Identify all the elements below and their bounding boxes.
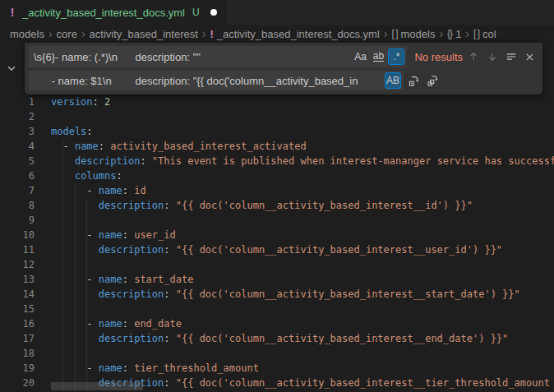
code-line[interactable]: 13 - name: start_date: [0, 272, 554, 287]
code-text: [35, 302, 51, 316]
breadcrumb-item[interactable]: models: [10, 28, 44, 40]
line-number[interactable]: 8: [0, 198, 35, 213]
line-number[interactable]: 3: [0, 124, 35, 139]
code-line[interactable]: 7 - name: id: [0, 183, 554, 198]
line-number[interactable]: 5: [0, 154, 35, 168]
code-line[interactable]: 10 - name: user_id: [0, 228, 554, 242]
code-line[interactable]: 8 description: "{{ doc('column__activity…: [0, 198, 554, 213]
code-text: description: "{{ doc('column__activity_b…: [35, 331, 508, 346]
editor-tab[interactable]: ! _activity_based_interest_docs.yml U: [0, 0, 227, 25]
code-line[interactable]: 18: [0, 346, 554, 361]
breadcrumb-item[interactable]: {}1: [447, 28, 461, 40]
code-text: [35, 213, 51, 228]
find-input[interactable]: \s{6}- name: (.*)\n description: "" Aa a…: [29, 46, 407, 67]
find-row: \s{6}- name: (.*)\n description: "" Aa a…: [29, 46, 538, 67]
code-text: description: "{{ doc('column__activity_b…: [35, 287, 520, 302]
breadcrumb-label: 1: [455, 28, 461, 40]
line-number[interactable]: 11: [0, 242, 35, 257]
code-text: [35, 346, 51, 361]
code-line[interactable]: 2: [0, 109, 554, 124]
whole-word-toggle[interactable]: ab: [370, 48, 386, 65]
code-line[interactable]: 15: [0, 302, 554, 316]
breadcrumb-separator: ›: [48, 27, 53, 40]
preserve-case-toggle[interactable]: AB: [385, 72, 401, 89]
code-text: models:: [35, 124, 93, 139]
regex-toggle[interactable]: .*: [388, 48, 404, 65]
code-text: columns:: [35, 168, 122, 183]
breadcrumb-separator: ›: [81, 27, 85, 40]
code-text: - name: start_date: [35, 272, 193, 287]
line-number[interactable]: 15: [0, 302, 35, 316]
line-number[interactable]: 12: [0, 257, 35, 272]
line-number[interactable]: 4: [0, 139, 35, 154]
code-line[interactable]: 4 - name: activity_based_interest_activa…: [0, 139, 554, 154]
breadcrumb-label: models: [401, 28, 436, 40]
line-number[interactable]: 13: [0, 272, 35, 287]
line-number[interactable]: 6: [0, 168, 35, 183]
code-text: version: 2: [35, 95, 110, 109]
breadcrumb-label: models: [10, 28, 44, 40]
code-line[interactable]: 16 - name: end_date: [0, 316, 554, 331]
line-number[interactable]: 1: [0, 95, 35, 109]
line-number[interactable]: 17: [0, 331, 35, 346]
code-line[interactable]: 1version: 2: [0, 95, 554, 109]
code-area: 1version: 223models:4 - name: activity_b…: [0, 95, 554, 390]
replace-button[interactable]: [405, 72, 422, 90]
line-number[interactable]: 2: [0, 109, 35, 124]
yaml-file-icon: !: [8, 6, 16, 19]
code-line[interactable]: 3models:: [0, 124, 554, 139]
code-line[interactable]: 6 columns:: [0, 168, 554, 183]
code-line[interactable]: 5 description: "This event is published …: [0, 154, 554, 168]
breadcrumb-item[interactable]: [ ]col: [473, 28, 496, 40]
replace-row: - name: $1\n description: "{{ doc('colum…: [29, 71, 538, 90]
find-in-selection-icon[interactable]: [502, 48, 519, 66]
replace-input[interactable]: - name: $1\n description: "{{ doc('colum…: [29, 71, 404, 90]
breadcrumb-item[interactable]: [ ]models: [392, 28, 436, 40]
breadcrumb-item[interactable]: !_activity_based_interest_docs.yml: [210, 28, 379, 40]
line-number[interactable]: 16: [0, 316, 35, 331]
code-text: - name: tier_threshold_amount: [35, 361, 259, 376]
tab-title: _activity_based_interest_docs.yml: [22, 7, 185, 19]
replace-all-button[interactable]: [424, 72, 441, 90]
code-line[interactable]: 9: [0, 213, 554, 228]
breadcrumb-item[interactable]: activity_based_interest: [90, 28, 198, 40]
modified-dot-icon[interactable]: [210, 9, 217, 16]
next-match-button[interactable]: [483, 48, 501, 66]
find-input-value: \s{6}- name: (.*)\n description: "": [34, 51, 350, 63]
breadcrumb-item[interactable]: core: [57, 28, 77, 40]
breadcrumb-label: activity_based_interest: [90, 28, 198, 40]
breadcrumb-label: col: [482, 28, 496, 40]
code-line[interactable]: 17 description: "{{ doc('column__activit…: [0, 331, 554, 346]
code-line[interactable]: 14 description: "{{ doc('column__activit…: [0, 287, 554, 302]
horizontal-scrollbar[interactable]: [51, 382, 143, 390]
line-number[interactable]: 14: [0, 287, 35, 302]
symbol-array-icon: [ ]: [473, 28, 479, 39]
whole-word-label: ab: [373, 52, 384, 62]
code-line[interactable]: 11 description: "{{ doc('column__activit…: [0, 242, 554, 257]
line-number[interactable]: 10: [0, 228, 35, 242]
toggle-replace-chevron-icon[interactable]: [4, 61, 19, 76]
match-case-toggle[interactable]: Aa: [352, 48, 368, 65]
breadcrumb: models›core›activity_based_interest›!_ac…: [0, 25, 554, 43]
code-text: - name: user_id: [35, 228, 176, 242]
breadcrumb-separator: ›: [439, 27, 443, 40]
code-text: [35, 109, 51, 124]
close-icon[interactable]: [521, 48, 538, 66]
breadcrumb-label: _activity_based_interest_docs.yml: [217, 28, 380, 40]
code-text: [35, 257, 51, 272]
code-editor[interactable]: 1version: 223models:4 - name: activity_b…: [0, 43, 554, 392]
breadcrumb-label: core: [57, 28, 77, 40]
replace-input-value: - name: $1\n description: "{{ doc('colum…: [34, 75, 383, 87]
line-number[interactable]: 18: [0, 346, 35, 361]
line-number[interactable]: 7: [0, 183, 35, 198]
line-number[interactable]: 19: [0, 361, 35, 376]
code-text: description: "This event is published wh…: [35, 154, 554, 168]
previous-match-button[interactable]: [464, 48, 482, 66]
tab-bar: ! _activity_based_interest_docs.yml U: [0, 0, 554, 25]
code-line[interactable]: 12: [0, 257, 554, 272]
breadcrumb-separator: ›: [465, 27, 469, 40]
line-number[interactable]: 20: [0, 376, 35, 390]
code-line[interactable]: 19 - name: tier_threshold_amount: [0, 361, 554, 376]
code-text: - name: id: [35, 183, 146, 198]
line-number[interactable]: 9: [0, 213, 35, 228]
